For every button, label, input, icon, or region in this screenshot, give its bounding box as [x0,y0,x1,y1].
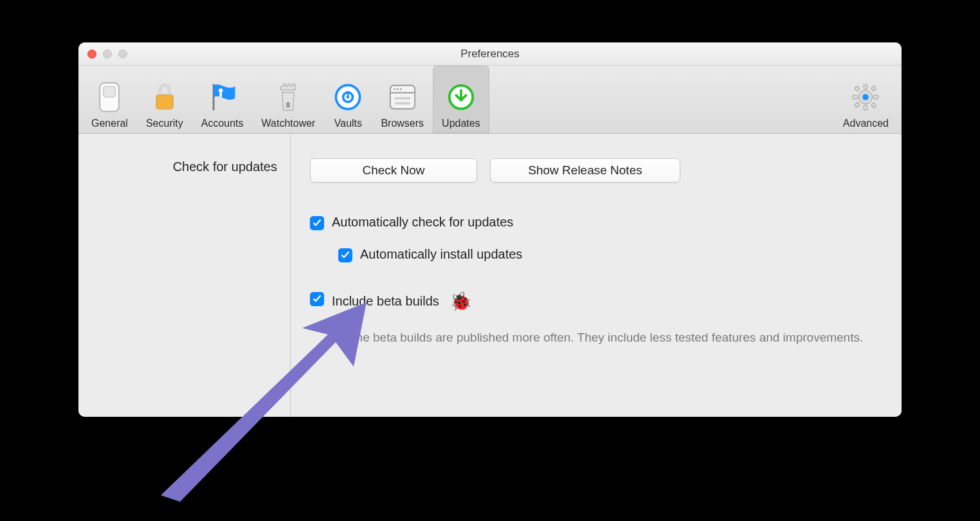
gear-icon [851,80,880,114]
tab-watchtower[interactable]: Watchtower [253,66,325,133]
svg-point-15 [399,88,401,90]
auto-check-checkbox[interactable] [310,216,324,230]
include-beta-checkbox[interactable] [310,292,324,306]
tab-label: Browsers [381,118,424,129]
tab-label: Security [146,118,183,129]
svg-rect-16 [394,97,410,100]
auto-check-row: Automatically check for updates [310,215,882,230]
window-title: Preferences [78,48,902,60]
svg-point-4 [219,89,223,93]
svg-rect-10 [347,91,349,96]
auto-install-row: Automatically install updates [338,247,882,262]
svg-rect-1 [104,86,116,97]
svg-rect-25 [871,102,877,108]
svg-point-28 [863,94,869,100]
show-release-notes-button[interactable]: Show Release Notes [490,158,680,183]
tab-vaults[interactable]: Vaults [324,66,372,133]
settings-column: Check Now Show Release Notes Automatical… [291,134,902,417]
tab-label: Watchtower [262,118,316,129]
close-button[interactable] [87,50,96,59]
svg-point-9 [347,96,350,99]
toolbar-spacer [489,66,834,133]
tab-label: Vaults [334,118,362,129]
include-beta-label: Include beta builds [332,294,439,309]
svg-point-13 [394,88,395,90]
traffic-lights [78,50,127,59]
download-icon [446,80,476,114]
tab-general[interactable]: General [82,66,137,133]
preferences-window: Preferences General Security [78,42,902,417]
ladybug-icon: 🐞 [449,291,472,312]
zoom-button[interactable] [118,50,127,59]
auto-install-label: Automatically install updates [360,247,522,262]
tab-security[interactable]: Security [137,66,192,133]
tab-browsers[interactable]: Browsers [372,66,433,133]
svg-rect-27 [855,102,860,108]
titlebar: Preferences [78,42,902,66]
svg-rect-5 [219,93,222,97]
tab-label: Advanced [843,118,889,129]
button-row: Check Now Show Release Notes [310,158,882,183]
beta-hint-text: The beta builds are published more often… [349,329,876,347]
svg-rect-17 [394,102,410,105]
minimize-button[interactable] [103,50,112,59]
auto-install-checkbox[interactable] [338,248,352,262]
tab-label: Accounts [201,118,244,129]
tab-accounts[interactable]: Accounts [192,66,253,133]
svg-rect-6 [287,102,291,107]
section-label-column: Check for updates [78,134,291,417]
lock-icon [150,80,179,114]
svg-rect-26 [871,86,877,91]
tab-label: Updates [442,118,480,129]
check-now-button[interactable]: Check Now [310,158,477,183]
svg-rect-2 [156,95,173,109]
auto-check-label: Automatically check for updates [332,215,513,230]
flag-icon [208,80,237,114]
browser-icon [388,80,417,114]
content-area: Check for updates Check Now Show Release… [78,134,902,417]
tower-icon [273,80,303,114]
vault-icon [333,80,363,114]
switch-icon [95,80,124,114]
svg-rect-22 [853,95,858,99]
svg-rect-21 [864,105,868,110]
svg-rect-20 [864,84,868,89]
svg-rect-24 [855,86,860,92]
preferences-toolbar: General Security Accounts [78,66,902,134]
tab-label: General [91,118,128,129]
tab-advanced[interactable]: Advanced [834,66,898,133]
section-label: Check for updates [91,160,277,174]
svg-rect-23 [874,95,879,99]
include-beta-row: Include beta builds 🐞 [310,291,882,312]
svg-point-14 [397,88,399,90]
tab-updates[interactable]: Updates [433,66,489,133]
